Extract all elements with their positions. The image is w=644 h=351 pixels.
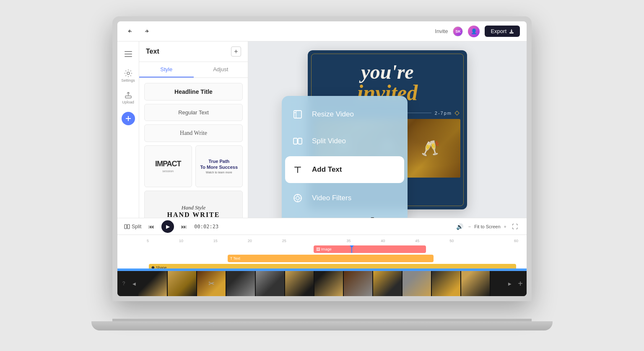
resize-icon <box>290 107 305 122</box>
svg-rect-2 <box>125 56 132 57</box>
filmstrip-frame-5[interactable] <box>256 271 285 296</box>
skip-forward-button[interactable]: ⏭ <box>179 222 189 232</box>
filmstrip-frame-3[interactable]: ✂ <box>197 271 226 296</box>
svg-rect-13 <box>127 225 130 229</box>
svg-rect-1 <box>125 54 132 54</box>
skip-back-button[interactable]: ⏮ <box>146 222 156 232</box>
undo-button[interactable] <box>124 26 136 37</box>
filmstrip-nav-right[interactable]: ▶ <box>506 271 514 296</box>
app-header: Invite SK 👤 Export <box>117 21 527 41</box>
sidebar-upload[interactable]: Upload <box>121 90 136 105</box>
track-block-image[interactable]: 🖼 Image <box>314 245 426 253</box>
filmstrip-help: ? <box>117 271 130 296</box>
track-shape-label: ⬟ Shape <box>151 266 167 268</box>
timeline-tracks: 5 10 15 20 25 35 40 45 50 60 <box>117 235 527 268</box>
tab-style[interactable]: Style <box>139 62 194 77</box>
filmstrip-frame-9[interactable] <box>373 271 402 296</box>
panel-content: Headline Title Regular Text Hand Write I… <box>139 78 248 218</box>
ruler-15: 15 <box>213 239 218 243</box>
track-playhead <box>351 245 352 253</box>
text-add-button[interactable]: + <box>231 46 241 57</box>
filters-icon <box>290 191 305 206</box>
play-button[interactable]: ▶ <box>161 220 174 233</box>
user-avatar-photo: 👤 <box>468 26 480 37</box>
header-left <box>124 26 153 37</box>
panel-tabs: Style Adjust <box>139 62 248 78</box>
filmstrip-frame-4[interactable] <box>226 271 256 296</box>
svg-rect-0 <box>125 51 132 52</box>
laptop-base <box>91 321 553 330</box>
ruler-10: 10 <box>179 239 183 243</box>
ruler-35: 35 <box>346 239 351 243</box>
svg-rect-6 <box>293 138 297 144</box>
filmstrip-frame-1[interactable] <box>138 271 168 296</box>
filmstrip-add-button[interactable]: + <box>514 271 527 296</box>
timeline-ruler: 5 10 15 20 25 35 40 45 50 60 <box>117 237 527 245</box>
template-path-title: True Path To More Success <box>200 159 238 170</box>
sidebar-settings[interactable]: Settings <box>121 68 136 83</box>
menu-item-resize[interactable]: Resize Video <box>282 101 408 128</box>
sidebar-circle-btn[interactable] <box>122 112 135 125</box>
template-handstyle-text: Hand Style <box>182 204 205 211</box>
add-text-icon <box>290 162 305 177</box>
filmstrip-frame-7[interactable] <box>314 271 344 296</box>
filmstrip-frame-11[interactable] <box>432 271 461 296</box>
filmstrip-frame-2[interactable] <box>168 271 197 296</box>
split-tool[interactable]: Split <box>124 224 141 230</box>
template-handstyle-bold: HAND WRITE <box>167 211 220 218</box>
headline-label: Headline Title <box>151 88 236 95</box>
tab-adjust[interactable]: Adjust <box>194 62 248 77</box>
filmstrip-frame-6[interactable] <box>285 271 314 296</box>
diamond-right <box>454 111 459 115</box>
track-block-shape[interactable]: ⬟ Shape <box>149 264 516 268</box>
menu-item-filters[interactable]: Video Filters <box>282 185 408 212</box>
ruler-40: 40 <box>381 239 385 243</box>
filmstrip: ? ◀ ✂ <box>117 271 527 296</box>
left-sidebar: Settings Upload <box>117 41 139 218</box>
filmstrip-nav-left[interactable]: ◀ <box>130 271 138 296</box>
template-path-sub: Watch to learn more <box>206 171 232 174</box>
ruler-20: 20 <box>248 239 252 243</box>
export-button[interactable]: Export <box>485 26 520 37</box>
volume-button[interactable]: 🔊 <box>455 222 465 232</box>
svg-rect-7 <box>298 138 302 144</box>
template-handstyle[interactable]: Hand Style HAND WRITE <box>144 191 243 218</box>
canvas-area: you're invited AUG 24TH 2-7pm <box>248 41 527 218</box>
add-text-label: Add Text <box>312 165 342 174</box>
ruler-marks: 5 10 15 20 25 35 40 45 50 60 <box>145 239 520 243</box>
track-area-shape: ⬟ Shape <box>145 264 520 268</box>
card-time: 2-7pm <box>435 111 452 116</box>
headline-style[interactable]: Headline Title <box>144 83 243 101</box>
split-label: Split Video <box>312 137 346 145</box>
menu-item-split[interactable]: Split Video <box>282 128 408 155</box>
ruler-50: 50 <box>449 239 454 243</box>
text-panel: Text + Style Adjust Headline Title Regul… <box>139 41 248 218</box>
invite-button[interactable]: Invite <box>435 28 448 34</box>
template-impact-text: IMPACT <box>155 160 181 168</box>
regular-style[interactable]: Regular Text <box>144 104 243 121</box>
filmstrip-frame-12[interactable] <box>461 271 491 296</box>
time-display: 00:02:23 <box>194 224 218 230</box>
settings-label: Settings <box>121 78 135 83</box>
card-youre: you're <box>318 62 457 82</box>
redo-button[interactable] <box>141 26 153 37</box>
zoom-in: + <box>504 224 506 229</box>
track-image-label: 🖼 Image <box>316 247 332 251</box>
menu-item-add-text[interactable]: Add Text <box>285 156 404 183</box>
template-path[interactable]: True Path To More Success Watch to learn… <box>195 145 243 187</box>
avatar: SK <box>453 26 463 36</box>
filmstrip-frame-10[interactable] <box>402 271 432 296</box>
sidebar-icon-menu[interactable] <box>121 46 136 62</box>
template-impact[interactable]: IMPACT session <box>144 145 192 187</box>
header-right: Invite SK 👤 Export <box>435 26 520 37</box>
svg-point-3 <box>127 72 130 75</box>
filmstrip-frame-8[interactable] <box>344 271 373 296</box>
track-block-text[interactable]: T Text <box>228 255 434 262</box>
menu-item-speed[interactable]: Adjust Speed <box>282 212 408 218</box>
ruler-5: 5 <box>147 239 149 243</box>
split-label-text: Split <box>132 224 141 230</box>
template-impact-sub: session <box>162 169 174 173</box>
fullscreen-button[interactable]: ⛶ <box>510 222 520 232</box>
handwrite-style[interactable]: Hand Write <box>144 124 243 142</box>
timeline-controls: Split ⏮ ▶ ⏭ 00:02:23 🔊 − Fit to Screen +… <box>117 218 527 235</box>
